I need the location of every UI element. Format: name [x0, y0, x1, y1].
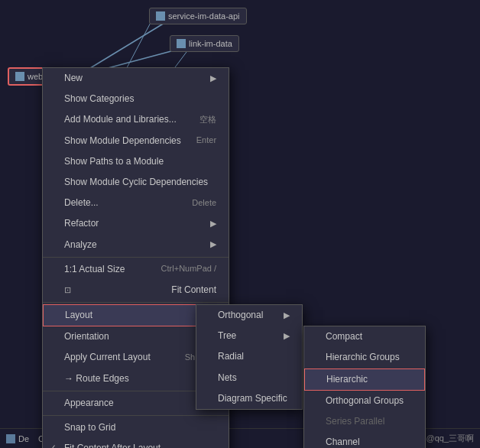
menu-item-show-paths[interactable]: Show Paths to a Module — [43, 151, 229, 172]
menu-item-label: Snap to Grid — [64, 420, 115, 435]
menu-item-label: Show Categories — [64, 92, 134, 106]
node-icon — [15, 72, 24, 81]
menu-item-nets[interactable]: Nets — [196, 368, 302, 388]
menu-item-label: Tree — [218, 329, 236, 343]
arrow-icon: ▶ — [210, 238, 216, 252]
arrow-icon: ▶ — [284, 330, 290, 343]
menu-item-label: Orientation — [64, 330, 109, 344]
menu-item-actual-size[interactable]: 1:1 Actual Size Ctrl+NumPad / — [43, 259, 229, 280]
menu-item-tree[interactable]: Tree ▶ — [196, 326, 302, 346]
menu-item-label: Appearance — [64, 396, 114, 411]
submenu-tree: Compact Hierarchic Groups Hierarchic Ort… — [303, 326, 426, 448]
menu-item-analyze[interactable]: Analyze ▶ — [43, 235, 229, 255]
menu-item-label: Diagram Specific — [218, 391, 287, 406]
node-service-im-data-api[interactable]: service-im-data-api — [149, 8, 247, 24]
menu-item-label: Radial — [218, 349, 244, 364]
separator — [43, 257, 229, 258]
arrow-icon: ▶ — [210, 72, 216, 86]
checkmark-icon: ✓ — [49, 441, 57, 448]
status-icon-de — [6, 434, 15, 443]
menu-item-label: Nets — [218, 371, 237, 385]
menu-item-label: Add Module and Libraries... — [64, 112, 177, 127]
menu-item-add-module[interactable]: Add Module and Libraries... 空格 — [43, 109, 229, 130]
menu-item-label: Show Module Dependencies — [64, 134, 181, 148]
menu-item-label: Orthogonal Groups — [326, 394, 404, 408]
status-tab-de[interactable]: De — [6, 434, 29, 443]
menu-item-new[interactable]: New ▶ — [43, 68, 229, 89]
context-menu: New ▶ Show Categories Add Module and Lib… — [42, 67, 229, 448]
menu-item-label: Series Parallel — [326, 414, 384, 429]
separator — [43, 302, 229, 303]
menu-item-orthogonal[interactable]: Orthogonal ▶ — [196, 305, 302, 326]
menu-item-diagram-specific[interactable]: Diagram Specific — [196, 388, 302, 409]
menu-item-label: Show Module Cyclic Dependencies — [64, 175, 208, 190]
shortcut-label: Enter — [196, 134, 216, 148]
menu-item-label: Layout — [65, 308, 92, 323]
shortcut-label: Delete — [192, 196, 216, 210]
node-link-im-data[interactable]: link-im-data — [170, 35, 239, 52]
menu-item-radial[interactable]: Radial — [196, 346, 302, 367]
menu-item-wrap-tree: Tree ▶ Compact Hierarchic Groups Hierarc… — [196, 326, 302, 346]
node-label: link-im-data — [189, 39, 232, 48]
menu-item-label: Refactor — [64, 216, 99, 231]
menu-item-fit-after-layout[interactable]: ✓ Fit Content After Layout — [43, 438, 229, 448]
menu-item-show-cyclic[interactable]: Show Module Cyclic Dependencies — [43, 172, 229, 193]
menu-item-hierarchic[interactable]: Hierarchic — [304, 368, 425, 391]
menu-item-label: Analyze — [64, 238, 97, 252]
arrow-icon: ▶ — [210, 217, 216, 231]
menu-item-show-deps[interactable]: Show Module Dependencies Enter — [43, 131, 229, 151]
node-label: service-im-data-api — [168, 11, 240, 21]
menu-item-refactor[interactable]: Refactor ▶ — [43, 213, 229, 234]
menu-item-hierarchic-groups[interactable]: Hierarchic Groups — [304, 347, 425, 368]
node-icon — [156, 11, 165, 21]
menu-item-channel[interactable]: Channel — [304, 432, 425, 448]
status-tab-label: De — [18, 434, 29, 443]
submenu-layout: Orthogonal ▶ Tree ▶ Compact Hierarchic G… — [196, 304, 303, 410]
menu-item-label: New — [64, 71, 83, 86]
fit-icon: ⊡ — [64, 284, 71, 297]
menu-item-orthogonal-groups[interactable]: Orthogonal Groups — [304, 391, 425, 411]
menu-item-label: Fit Content — [171, 283, 216, 297]
separator — [43, 415, 229, 416]
menu-item-label: Show Paths to a Module — [64, 154, 164, 169]
menu-item-show-categories[interactable]: Show Categories — [43, 89, 229, 109]
menu-item-label: 1:1 Actual Size — [64, 262, 125, 277]
menu-item-delete[interactable]: Delete... Delete — [43, 193, 229, 213]
menu-item-label: Hierarchic — [326, 372, 368, 387]
menu-item-label: Fit Content After Layout — [64, 441, 161, 448]
menu-item-wrap-layout: Layout ▶ Orthogonal ▶ Tree ▶ — [43, 304, 229, 326]
menu-item-label: Delete... — [64, 196, 99, 210]
menu-item-wrap-orthogonal: Orthogonal ▶ — [196, 305, 302, 326]
menu-item-fit-content[interactable]: ⊡ Fit Content — [43, 280, 229, 300]
menu-item-label: Orthogonal — [218, 308, 263, 323]
menu-item-label: Channel — [326, 435, 360, 448]
node-icon — [177, 39, 186, 48]
menu-item-series-parallel: Series Parallel — [304, 411, 425, 432]
shortcut-label: 空格 — [199, 113, 216, 127]
arrow-icon: ▶ — [284, 309, 290, 323]
menu-item-label: → Route Edges — [64, 372, 129, 386]
menu-item-label: Compact — [326, 330, 362, 344]
menu-item-compact[interactable]: Compact — [304, 326, 425, 347]
shortcut-label: Ctrl+NumPad / — [161, 262, 216, 276]
menu-item-snap-to-grid[interactable]: Snap to Grid — [43, 417, 229, 438]
menu-item-label: Apply Current Layout — [64, 350, 151, 365]
menu-item-label: Hierarchic Groups — [326, 350, 400, 365]
